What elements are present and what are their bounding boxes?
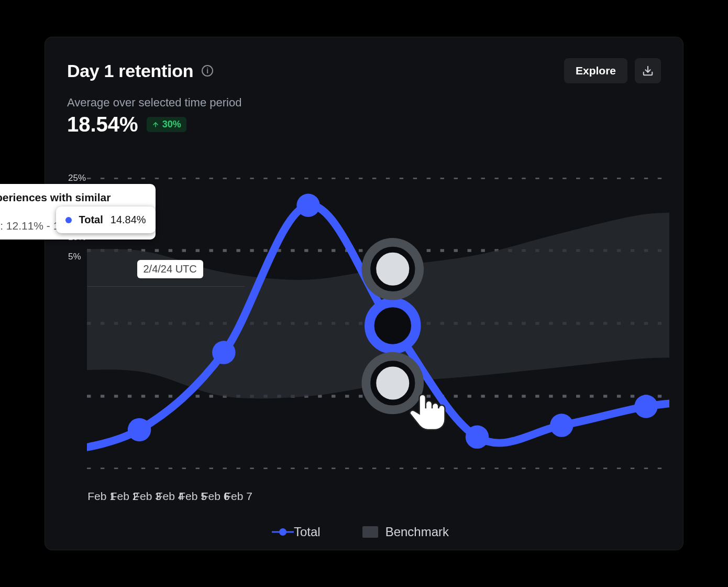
svg-point-9 bbox=[212, 341, 235, 364]
download-icon bbox=[642, 65, 654, 77]
chart-plot[interactable] bbox=[87, 178, 669, 469]
svg-point-19 bbox=[373, 364, 412, 403]
svg-point-10 bbox=[296, 194, 319, 217]
legend-label: Total bbox=[294, 525, 321, 539]
kpi-row: 18.54% 30% bbox=[67, 113, 661, 136]
delta-badge: 30% bbox=[147, 117, 186, 132]
retention-card: Day 1 retention i Explore Average over s… bbox=[45, 37, 683, 550]
point-tooltip-label: Total bbox=[79, 214, 103, 226]
date-tooltip: 2/4/24 UTC bbox=[137, 260, 203, 278]
legend-dot-icon bbox=[279, 528, 286, 536]
summary-subtitle: Average over selected time period bbox=[67, 96, 661, 110]
svg-point-14 bbox=[634, 395, 657, 418]
y-tick-label: 25% bbox=[68, 173, 86, 183]
card-header: Day 1 retention i Explore bbox=[67, 58, 661, 83]
legend-item-total[interactable]: Total bbox=[279, 525, 321, 539]
legend-label: Benchmark bbox=[385, 525, 449, 539]
svg-point-13 bbox=[550, 414, 573, 437]
delta-value: 30% bbox=[162, 119, 181, 130]
series-dot-icon bbox=[65, 217, 72, 223]
point-tooltip: Total 14.84% bbox=[56, 206, 156, 233]
kpi-value: 18.54% bbox=[67, 113, 138, 136]
title-wrap: Day 1 retention i bbox=[67, 61, 213, 81]
legend-swatch-icon bbox=[362, 526, 378, 538]
x-axis-line bbox=[87, 286, 245, 287]
y-tick-label: 5% bbox=[68, 252, 81, 262]
header-actions: Explore bbox=[564, 58, 661, 83]
svg-point-8 bbox=[128, 418, 151, 441]
info-icon[interactable]: i bbox=[202, 65, 213, 77]
legend-item-benchmark[interactable]: Benchmark bbox=[362, 525, 449, 539]
explore-button[interactable]: Explore bbox=[564, 58, 627, 83]
arrow-up-icon bbox=[152, 121, 159, 128]
page-title: Day 1 retention bbox=[67, 61, 193, 81]
point-tooltip-value: 14.84% bbox=[111, 214, 146, 226]
svg-point-12 bbox=[466, 426, 489, 449]
download-button[interactable] bbox=[635, 58, 661, 83]
chart-legend: Total Benchmark bbox=[45, 525, 683, 539]
x-tick-label: Feb 7 bbox=[224, 490, 252, 503]
svg-point-15 bbox=[369, 302, 416, 349]
svg-point-17 bbox=[373, 249, 412, 288]
